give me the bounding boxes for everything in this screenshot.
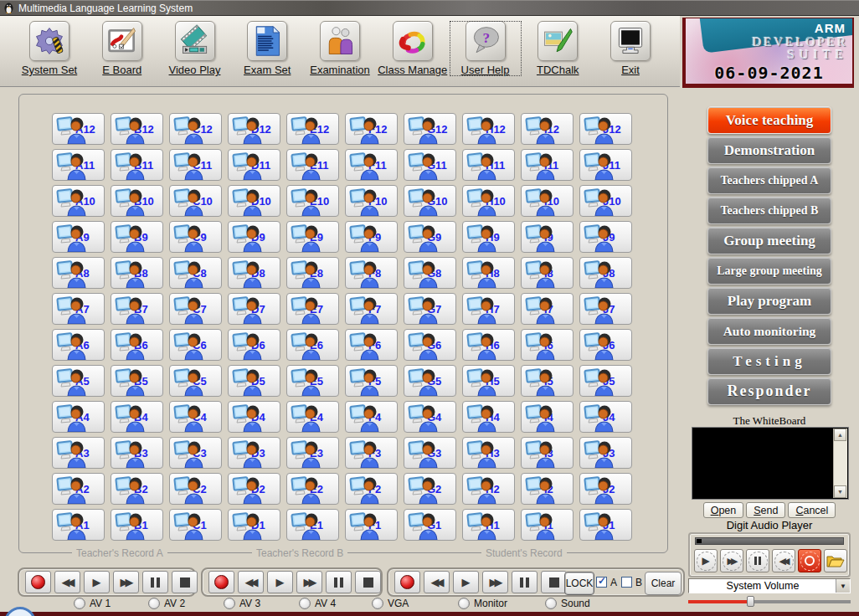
seat-a6[interactable]: A6 xyxy=(52,329,105,361)
seat-j2[interactable]: J2 xyxy=(579,473,632,505)
mode-button-large-group-meeting[interactable]: Large group meeting xyxy=(707,257,831,285)
source-radio-vga[interactable]: VGA xyxy=(372,598,409,609)
seat-i10[interactable]: I10 xyxy=(521,185,574,217)
seat-a5[interactable]: A5 xyxy=(52,365,105,397)
seat-i9[interactable]: I9 xyxy=(521,221,574,253)
chevron-down-icon[interactable]: ▼ xyxy=(836,579,850,593)
seat-i8[interactable]: I8 xyxy=(521,257,574,289)
seat-e5[interactable]: E5 xyxy=(286,365,339,397)
seat-f9[interactable]: F9 xyxy=(345,221,398,253)
seat-h9[interactable]: H9 xyxy=(462,221,515,253)
source-radio-av-1[interactable]: AV 1 xyxy=(74,598,111,609)
play-button[interactable]: ▶ xyxy=(453,571,479,593)
seat-c3[interactable]: C3 xyxy=(169,437,222,469)
stop-button[interactable] xyxy=(355,571,381,593)
seat-g9[interactable]: G9 xyxy=(404,221,456,253)
seat-i7[interactable]: I7 xyxy=(521,293,574,325)
toolbar-button-exit[interactable]: Exit xyxy=(594,21,666,76)
seat-d7[interactable]: D7 xyxy=(228,293,280,325)
toolbar-button-video-play[interactable]: Video Play xyxy=(159,21,231,76)
seat-e1[interactable]: E1 xyxy=(286,509,339,541)
seat-c2[interactable]: C2 xyxy=(169,473,222,505)
seat-e11[interactable]: E11 xyxy=(286,149,339,181)
seat-e8[interactable]: E8 xyxy=(286,257,339,289)
seat-d2[interactable]: D2 xyxy=(228,473,280,505)
seat-j9[interactable]: J9 xyxy=(579,221,632,253)
seat-a4[interactable]: A4 xyxy=(52,401,105,433)
seat-c6[interactable]: C6 xyxy=(169,329,222,361)
seat-f7[interactable]: F7 xyxy=(345,293,398,325)
seat-a2[interactable]: A2 xyxy=(52,473,105,505)
seat-g1[interactable]: G1 xyxy=(404,509,456,541)
seat-g3[interactable]: G3 xyxy=(404,437,456,469)
system-volume-dropdown[interactable]: System Volume ▼ xyxy=(688,578,851,593)
seat-b4[interactable]: B4 xyxy=(111,401,163,433)
seat-f6[interactable]: F6 xyxy=(345,329,398,361)
source-radio-av-3[interactable]: AV 3 xyxy=(224,598,260,609)
record-button[interactable] xyxy=(208,571,234,593)
seat-a9[interactable]: A9 xyxy=(52,221,105,253)
mode-button-responder[interactable]: Responder xyxy=(707,377,831,405)
seat-d5[interactable]: D5 xyxy=(228,365,280,397)
scroll-up-icon[interactable]: ▲ xyxy=(834,429,846,441)
stop-button[interactable] xyxy=(541,571,567,593)
seat-c9[interactable]: C9 xyxy=(169,221,222,253)
mode-button-teachers-chipped-a[interactable]: Teachers chipped A xyxy=(707,167,831,194)
mode-button-auto-monitoring[interactable]: Auto monitoring xyxy=(707,317,831,345)
record-button[interactable] xyxy=(394,571,420,593)
seat-b7[interactable]: B7 xyxy=(111,293,163,325)
stop-button[interactable] xyxy=(798,549,821,572)
seat-j8[interactable]: J8 xyxy=(579,257,632,289)
track-b-checkbox[interactable] xyxy=(621,577,632,588)
seat-d11[interactable]: D11 xyxy=(228,149,280,181)
seat-f5[interactable]: F5 xyxy=(345,365,398,397)
seat-d10[interactable]: D10 xyxy=(228,185,280,217)
lock-button[interactable]: LOCK xyxy=(564,572,594,595)
seat-h3[interactable]: H3 xyxy=(462,437,515,469)
seat-b12[interactable]: B12 xyxy=(111,113,163,145)
seat-j10[interactable]: J10 xyxy=(579,185,632,217)
seat-e10[interactable]: E10 xyxy=(286,185,339,217)
send-button[interactable]: Send xyxy=(746,502,785,518)
audio-progress-bar[interactable] xyxy=(695,537,844,545)
seat-g5[interactable]: G5 xyxy=(404,365,456,397)
pause-button[interactable] xyxy=(326,571,352,593)
open-button[interactable]: Open xyxy=(703,502,744,518)
seat-a7[interactable]: A7 xyxy=(52,293,105,325)
seat-e3[interactable]: E3 xyxy=(286,437,339,469)
play-button[interactable]: ▶ xyxy=(84,571,110,593)
seat-b8[interactable]: B8 xyxy=(111,257,163,289)
fast-forward-button[interactable]: ▶▶ xyxy=(720,549,743,572)
seat-c10[interactable]: C10 xyxy=(169,185,222,217)
seat-j3[interactable]: J3 xyxy=(579,437,632,469)
seat-i6[interactable]: I6 xyxy=(521,329,574,361)
seat-h10[interactable]: H10 xyxy=(462,185,515,217)
seat-c12[interactable]: C12 xyxy=(169,113,222,145)
seat-f11[interactable]: F11 xyxy=(345,149,398,181)
seat-d3[interactable]: D3 xyxy=(228,437,280,469)
source-radio-av-4[interactable]: AV 4 xyxy=(299,598,336,609)
seat-j4[interactable]: J4 xyxy=(579,401,632,433)
source-radio-av-2[interactable]: AV 2 xyxy=(148,598,185,609)
seat-b11[interactable]: B11 xyxy=(111,149,163,181)
seat-g10[interactable]: G10 xyxy=(404,185,456,217)
seat-h8[interactable]: H8 xyxy=(462,257,515,289)
seat-a1[interactable]: A1 xyxy=(52,509,105,541)
mode-button-testing[interactable]: Testing xyxy=(707,347,831,375)
fast-forward-button[interactable]: ▶▶ xyxy=(113,571,139,593)
seat-h12[interactable]: H12 xyxy=(462,113,515,145)
pause-button[interactable] xyxy=(512,571,538,593)
seat-b1[interactable]: B1 xyxy=(111,509,163,541)
seat-j6[interactable]: J6 xyxy=(579,329,632,361)
seat-j1[interactable]: J1 xyxy=(579,509,632,541)
seat-i2[interactable]: I2 xyxy=(521,473,574,505)
whiteboard-scrollbar[interactable]: ▲ ▼ xyxy=(833,429,847,498)
seat-e6[interactable]: E6 xyxy=(286,329,339,361)
seat-f2[interactable]: F2 xyxy=(345,473,398,505)
seat-i11[interactable]: I11 xyxy=(521,149,574,181)
seat-c7[interactable]: C7 xyxy=(169,293,222,325)
seat-f10[interactable]: F10 xyxy=(345,185,398,217)
seat-e4[interactable]: E4 xyxy=(286,401,339,433)
seat-a10[interactable]: A10 xyxy=(52,185,105,217)
seat-g8[interactable]: G8 xyxy=(404,257,456,289)
